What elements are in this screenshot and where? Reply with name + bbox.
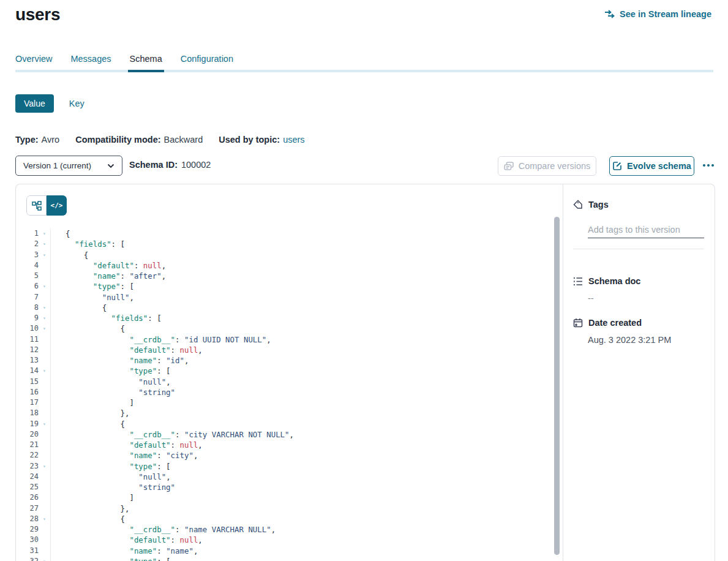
- fold-spacer: [39, 503, 50, 514]
- add-tags-input[interactable]: [588, 224, 704, 238]
- schema-view-toggle: </>: [26, 195, 67, 216]
- fold-toggle-icon[interactable]: ▾: [39, 303, 50, 313]
- code-line: 7 "null",: [16, 292, 563, 303]
- compare-versions-icon: [504, 162, 514, 171]
- see-in-stream-lineage-link[interactable]: See in Stream lineage: [604, 9, 711, 19]
- fold-toggle-icon[interactable]: ▾: [39, 239, 50, 249]
- fold-toggle-icon[interactable]: ▾: [39, 313, 50, 323]
- tab-schema[interactable]: Schema: [130, 54, 162, 72]
- compatibility-label: Compatibility mode:: [75, 135, 160, 145]
- line-number: 1: [16, 228, 39, 239]
- more-options-button[interactable]: [698, 158, 719, 173]
- line-number: 15: [16, 377, 39, 387]
- line-number: 8: [16, 303, 39, 313]
- code-text: },: [50, 408, 563, 418]
- schema-sidebar: Tags Schema doc --: [563, 184, 715, 561]
- code-text: "name": "city",: [50, 450, 563, 461]
- code-text: "type": [: [50, 281, 563, 292]
- code-line: 26 ]: [16, 492, 563, 503]
- code-line: 2▾ "fields": [: [16, 239, 563, 249]
- fold-spacer: [39, 492, 50, 503]
- line-number: 29: [16, 524, 39, 535]
- line-number: 27: [16, 503, 39, 514]
- code-line: 22 "name": "city",: [16, 450, 563, 461]
- schema-doc-section: Schema doc --: [573, 276, 640, 303]
- schema-meta: Type: Avro Compatibility mode: Backward …: [15, 135, 305, 145]
- code-line: 23▾ "type": [: [16, 461, 563, 472]
- code-text: {: [50, 419, 563, 429]
- list-icon: [573, 277, 583, 286]
- fold-toggle-icon[interactable]: ▾: [39, 419, 50, 429]
- topic-link[interactable]: users: [283, 135, 304, 145]
- code-line: 4 "default": null,: [16, 260, 563, 271]
- line-number: 18: [16, 408, 39, 418]
- fold-toggle-icon[interactable]: ▾: [39, 461, 50, 472]
- version-select[interactable]: Version 1 (current): [15, 156, 122, 176]
- line-number: 24: [16, 472, 39, 482]
- schema-code-editor[interactable]: 1▾{2▾ "fields": [3▾ {4 "default": null,5…: [16, 228, 563, 561]
- code-view-button[interactable]: </>: [47, 195, 67, 216]
- line-number: 14: [16, 366, 39, 376]
- code-line: 29 "__crdb__": "name VARCHAR NULL",: [16, 524, 563, 535]
- value-key-toggle: Value Key: [15, 94, 84, 113]
- line-number: 7: [16, 292, 39, 303]
- sidebar-divider: [573, 249, 704, 249]
- tab-configuration[interactable]: Configuration: [181, 54, 233, 72]
- line-number: 31: [16, 546, 39, 556]
- code-line: 5 "name": "after",: [16, 271, 563, 281]
- code-line: 12 "default": null,: [16, 345, 563, 355]
- code-text: "type": [: [50, 366, 563, 376]
- date-created-value: Aug. 3 2022 3:21 PM: [588, 335, 671, 345]
- value-toggle-button[interactable]: Value: [15, 94, 54, 113]
- line-number: 4: [16, 260, 39, 271]
- fold-spacer: [39, 377, 50, 387]
- schema-doc-title: Schema doc: [588, 276, 640, 286]
- code-line: 9▾ "fields": [: [16, 313, 563, 323]
- code-text: ]: [50, 492, 563, 503]
- meta-topic: Used by topic: users: [219, 135, 304, 145]
- line-number: 17: [16, 397, 39, 408]
- code-line: 8▾ {: [16, 303, 563, 313]
- lineage-link-label: See in Stream lineage: [620, 9, 711, 19]
- line-number: 26: [16, 492, 39, 503]
- code-line: 18 },: [16, 408, 563, 418]
- code-text: "__crdb__": "city VARCHAR NOT NULL",: [50, 429, 563, 440]
- tags-section: Tags: [573, 200, 704, 238]
- tab-messages[interactable]: Messages: [70, 54, 111, 72]
- code-text: {: [50, 228, 563, 239]
- tree-view-icon: [32, 201, 42, 211]
- code-scrollbar[interactable]: [554, 217, 560, 555]
- chevron-down-icon: [107, 164, 114, 168]
- tree-view-button[interactable]: [26, 195, 47, 216]
- meta-type: Type: Avro: [15, 135, 59, 145]
- code-text: "fields": [: [50, 313, 563, 323]
- fold-toggle-icon[interactable]: ▾: [39, 281, 50, 292]
- fold-toggle-icon[interactable]: ▾: [39, 556, 50, 561]
- date-created-title: Date created: [588, 318, 642, 328]
- line-number: 21: [16, 440, 39, 450]
- tags-title: Tags: [588, 200, 609, 209]
- key-toggle-button[interactable]: Key: [69, 99, 84, 108]
- fold-toggle-icon[interactable]: ▾: [39, 228, 50, 239]
- code-text: "type": [: [50, 556, 563, 561]
- fold-toggle-icon[interactable]: ▾: [39, 366, 50, 376]
- compare-versions-button[interactable]: Compare versions: [498, 156, 596, 176]
- code-line: 6▾ "type": [: [16, 281, 563, 292]
- tab-overview[interactable]: Overview: [15, 54, 52, 72]
- code-line: 10▾ {: [16, 323, 563, 334]
- evolve-schema-button[interactable]: Evolve schema: [609, 156, 694, 176]
- code-text: "__crdb__": "name VARCHAR NULL",: [50, 524, 563, 535]
- fold-toggle-icon[interactable]: ▾: [39, 323, 50, 334]
- code-line: 24 "null",: [16, 472, 563, 482]
- code-line: 28▾ {: [16, 514, 563, 524]
- line-number: 19: [16, 419, 39, 429]
- fold-toggle-icon[interactable]: ▾: [39, 250, 50, 260]
- code-line: 32▾ "type": [: [16, 556, 563, 561]
- code-text: "null",: [50, 377, 563, 387]
- fold-toggle-icon[interactable]: ▾: [39, 514, 50, 524]
- code-text: {: [50, 514, 563, 524]
- tab-track: [15, 70, 713, 72]
- code-line: 27 },: [16, 503, 563, 514]
- line-number: 2: [16, 239, 39, 249]
- line-number: 22: [16, 450, 39, 461]
